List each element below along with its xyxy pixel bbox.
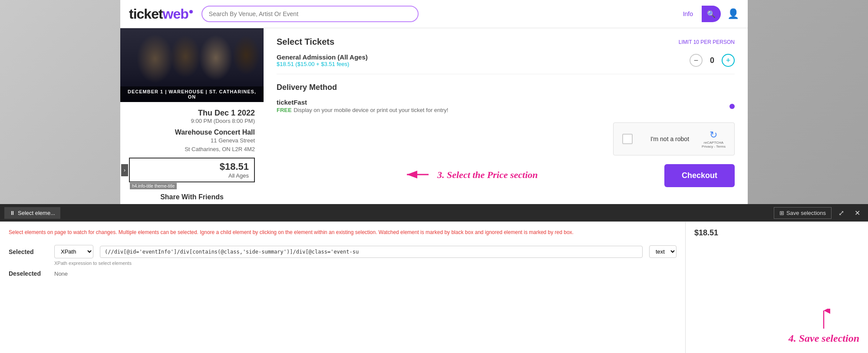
captcha-checkbox[interactable]	[622, 134, 633, 144]
delivery-free-label: FREE	[277, 107, 292, 113]
event-image: DECEMBER 1 | WAREHOUSE | ST. CATHARINES,…	[120, 28, 264, 102]
page-body: DECEMBER 1 | WAREHOUSE | ST. CATHARINES,…	[120, 28, 748, 221]
xpath-type-select[interactable]: XPath	[54, 245, 93, 258]
close-button[interactable]: ✕	[851, 207, 864, 219]
save-icon: ⊞	[779, 210, 784, 216]
event-info: Thu Dec 1 2022 9:00 PM (Doors 8:00 PM) W…	[120, 102, 264, 189]
price-annotation: 3. Select the Price section	[403, 167, 538, 182]
price-box[interactable]: $18.51 All Ages h4.info-title theme-titl…	[129, 158, 255, 182]
recaptcha-links: Privacy - Terms	[702, 145, 726, 148]
limit-text: LIMIT 10 PER PERSON	[679, 39, 735, 45]
xpath-hint: XPath expression to select elements	[9, 261, 677, 266]
header-right: Info 🔍 👤	[674, 6, 739, 22]
ticket-row: General Admission (All Ages) $18.51 ($15…	[277, 47, 735, 74]
delivery-row: ticketFast FREE Display on your mobile d…	[277, 99, 735, 114]
delivery-info: ticketFast FREE Display on your mobile d…	[277, 99, 448, 114]
xpath-label: h4.info-title theme-title	[130, 183, 177, 189]
delivery-radio[interactable]	[729, 104, 735, 109]
annotation-arrow-icon	[403, 167, 433, 182]
logo-web: web	[163, 6, 188, 22]
info-button[interactable]: Info	[674, 7, 702, 21]
header: ticketweb Info 🔍 👤	[120, 0, 748, 28]
quantity-display: 0	[708, 56, 716, 65]
checkout-button[interactable]: Checkout	[664, 164, 735, 187]
bottom-toolbar: ⏸ Select eleme... ⊞ Save selections ⤢ ✕	[0, 204, 868, 221]
ticket-name: General Admission (All Ages)	[277, 53, 368, 61]
right-column: Select Tickets LIMIT 10 PER PERSON Gener…	[264, 28, 748, 221]
tickets-header: Select Tickets LIMIT 10 PER PERSON	[277, 37, 735, 47]
text-type-select[interactable]: text	[649, 245, 677, 258]
left-column: DECEMBER 1 | WAREHOUSE | ST. CATHARINES,…	[120, 28, 264, 221]
search-button[interactable]: 🔍	[702, 6, 721, 22]
price-amount: $18.51	[220, 161, 249, 172]
delivery-section: Delivery Method ticketFast FREE Display …	[277, 83, 735, 114]
user-icon[interactable]: 👤	[727, 8, 739, 20]
save-annotation-text: 4. Save selection	[789, 333, 859, 344]
delivery-desc: Display on your mobile device or print o…	[294, 107, 448, 113]
ticket-info: General Admission (All Ages) $18.51 ($15…	[277, 53, 368, 67]
result-value: $18.51	[694, 228, 859, 238]
event-date-banner: DECEMBER 1 | WAREHOUSE | ST. CATHARINES,…	[120, 86, 264, 102]
increase-qty-button[interactable]: +	[722, 54, 735, 67]
recaptcha-icon: ↻	[710, 129, 717, 141]
pause-icon: ⏸	[10, 210, 15, 216]
share-title: Share With Friends	[129, 193, 255, 201]
captcha-label: I'm not a robot	[650, 135, 689, 142]
share-section: Share With Friends	[120, 189, 264, 205]
expand-button[interactable]: ⤢	[835, 207, 848, 219]
tickets-title: Select Tickets	[277, 37, 334, 46]
quantity-control: − 0 +	[690, 54, 735, 67]
logo-dot	[189, 10, 193, 13]
price-age: All Ages	[228, 172, 249, 179]
up-arrow-icon	[789, 309, 859, 330]
delivery-desc-row: FREE Display on your mobile device or pr…	[277, 106, 448, 114]
delivery-name: ticketFast	[277, 99, 448, 106]
page-wrapper: ticketweb Info 🔍 👤 DECEMBER 1 | WAREHOUS…	[0, 0, 868, 221]
delivery-title: Delivery Method	[277, 83, 735, 92]
bottom-panel: Select elements on page to watch for cha…	[0, 221, 868, 353]
save-selections-button[interactable]: ⊞ Save selections	[774, 207, 832, 219]
xpath-input[interactable]	[100, 246, 643, 258]
deselected-label: Deselected	[9, 270, 48, 277]
select-element-label: Select eleme...	[18, 210, 55, 216]
venue-address-line2: St Catharines, ON L2R 4M2	[129, 145, 255, 154]
venue-name: Warehouse Concert Hall	[129, 129, 255, 136]
venue-address-line1: 11 Geneva Street	[129, 136, 255, 145]
ticket-price: $18.51 ($15.00 + $3.51 fees)	[277, 61, 368, 67]
save-selections-label: Save selections	[786, 210, 826, 216]
deselected-value: None	[54, 271, 68, 277]
logo[interactable]: ticketweb	[129, 6, 193, 22]
save-annotation: 4. Save selection	[789, 309, 859, 344]
captcha-box[interactable]: I'm not a robot ↻ reCAPTCHA Privacy - Te…	[613, 122, 735, 155]
bottom-right-panel: $18.51 4. Save selection	[686, 222, 868, 353]
select-element-button[interactable]: ⏸ Select eleme...	[4, 207, 60, 219]
event-date-main: Thu Dec 1 2022	[129, 109, 255, 118]
captcha-logo: ↻ reCAPTCHA Privacy - Terms	[702, 129, 726, 148]
recaptcha-brand: reCAPTCHA	[704, 141, 723, 145]
nav-arrow[interactable]: ›	[121, 164, 128, 176]
selected-row: Selected XPath text	[9, 245, 677, 258]
selected-label: Selected	[9, 248, 48, 255]
event-time: 9:00 PM (Doors 8:00 PM)	[129, 118, 255, 124]
logo-ticket: ticket	[129, 6, 163, 22]
search-input[interactable]	[201, 6, 419, 22]
decrease-qty-button[interactable]: −	[690, 54, 703, 67]
instruction-text: Select elements on page to watch for cha…	[9, 228, 677, 236]
price-annotation-text: 3. Select the Price section	[437, 169, 538, 181]
bottom-left-panel: Select elements on page to watch for cha…	[0, 222, 686, 353]
toolbar-right: ⊞ Save selections ⤢ ✕	[774, 207, 864, 219]
deselected-row: Deselected None	[9, 270, 677, 277]
